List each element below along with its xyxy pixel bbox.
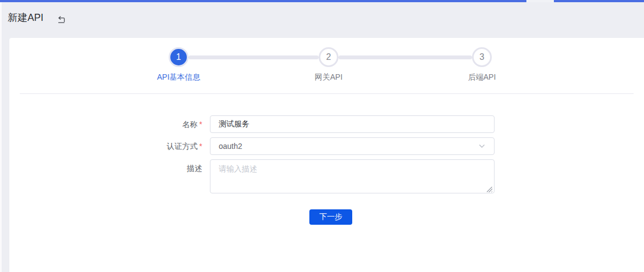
textarea-resize-handle[interactable] xyxy=(487,187,492,192)
next-step-button[interactable]: 下一步 xyxy=(309,209,352,225)
step-2-circle[interactable]: 2 xyxy=(319,47,338,67)
wizard-card: 1 2 3 API基本信息 网关API 后端API 名称* 认证方式* oaut… xyxy=(9,38,644,272)
required-asterisk: * xyxy=(199,142,202,151)
auth-method-selected-value: oauth2 xyxy=(219,142,478,151)
page: 新建API 1 2 3 API基本信息 网关API 后端API 名称* 认证方式… xyxy=(0,0,644,272)
step-3-label[interactable]: 后端API xyxy=(443,73,520,82)
step-2-label[interactable]: 网关API xyxy=(290,73,367,82)
description-textarea[interactable] xyxy=(210,159,495,193)
top-accent-bar xyxy=(0,0,644,2)
return-arrow-icon[interactable] xyxy=(57,15,66,25)
step-connector-2 xyxy=(338,55,472,59)
step-3-circle[interactable]: 3 xyxy=(472,47,492,67)
section-divider xyxy=(20,93,634,94)
name-input[interactable] xyxy=(210,115,495,133)
left-edge-strip xyxy=(0,2,2,272)
chevron-down-icon xyxy=(478,142,486,150)
name-field-label: 名称* xyxy=(136,115,202,133)
topbar-gap xyxy=(526,0,554,2)
step-connector-1 xyxy=(188,55,319,59)
step-1-label[interactable]: API基本信息 xyxy=(140,73,217,82)
required-asterisk: * xyxy=(199,120,202,129)
auth-method-field-label: 认证方式* xyxy=(136,137,202,155)
description-field-label: 描述 xyxy=(136,159,202,177)
page-title: 新建API xyxy=(8,11,43,24)
step-1-circle[interactable]: 1 xyxy=(169,47,188,67)
auth-method-select[interactable]: oauth2 xyxy=(210,137,495,155)
